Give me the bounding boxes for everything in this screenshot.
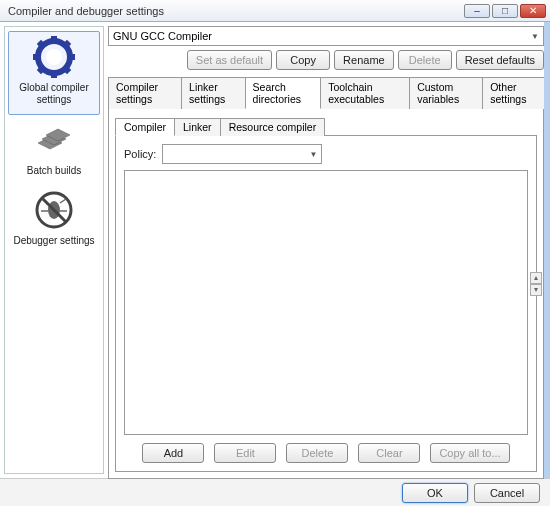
compiler-dropdown-value: GNU GCC Compiler xyxy=(113,30,212,42)
policy-row: Policy: ▼ xyxy=(124,144,528,164)
ok-button[interactable]: OK xyxy=(402,483,468,503)
policy-label: Policy: xyxy=(124,148,156,160)
edit-button[interactable]: Edit xyxy=(214,443,276,463)
sidebar: Global compiler settings Batch builds xyxy=(4,26,104,474)
delete-entry-button[interactable]: Delete xyxy=(286,443,348,463)
cancel-button[interactable]: Cancel xyxy=(474,483,540,503)
svg-line-16 xyxy=(60,199,66,203)
tab-linker-settings[interactable]: Linker settings xyxy=(181,77,245,109)
dialog-footer: OK Cancel xyxy=(0,478,550,506)
content-area: Global compiler settings Batch builds xyxy=(0,22,550,478)
maximize-button[interactable]: □ xyxy=(492,4,518,18)
sidebar-item-global-compiler[interactable]: Global compiler settings xyxy=(8,31,100,115)
delete-button[interactable]: Delete xyxy=(398,50,452,70)
sub-panel: Policy: ▼ Add Edit Delete Clear Copy all… xyxy=(115,136,537,472)
copy-button[interactable]: Copy xyxy=(276,50,330,70)
subtab-linker[interactable]: Linker xyxy=(174,118,221,136)
reset-defaults-button[interactable]: Reset defaults xyxy=(456,50,544,70)
minimize-button[interactable]: – xyxy=(464,4,490,18)
sidebar-item-label: Batch builds xyxy=(10,165,98,177)
subtab-compiler[interactable]: Compiler xyxy=(115,118,175,136)
tab-toolchain-executables[interactable]: Toolchain executables xyxy=(320,77,410,109)
policy-dropdown[interactable]: ▼ xyxy=(162,144,322,164)
main-tabs: Compiler settings Linker settings Search… xyxy=(108,76,544,109)
svg-point-9 xyxy=(46,49,62,65)
close-button[interactable]: ✕ xyxy=(520,4,546,18)
sub-tabs: Compiler Linker Resource compiler xyxy=(115,117,537,136)
spin-down-icon[interactable]: ▾ xyxy=(530,284,542,296)
rename-button[interactable]: Rename xyxy=(334,50,394,70)
sidebar-item-label: Global compiler settings xyxy=(11,82,97,106)
clear-button[interactable]: Clear xyxy=(358,443,420,463)
gear-icon xyxy=(30,36,78,78)
tab-search-directories[interactable]: Search directories xyxy=(245,77,322,109)
main-panel: GNU GCC Compiler ▼ Set as default Copy R… xyxy=(106,22,550,478)
chevron-down-icon: ▼ xyxy=(309,150,317,159)
svg-rect-2 xyxy=(51,71,57,78)
tab-other-settings[interactable]: Other settings xyxy=(482,77,545,109)
sidebar-item-label: Debugger settings xyxy=(10,235,98,247)
tab-panel: Compiler Linker Resource compiler Policy… xyxy=(108,109,544,479)
add-button[interactable]: Add xyxy=(142,443,204,463)
sidebar-item-batch-builds[interactable]: Batch builds xyxy=(8,115,100,185)
debugger-icon xyxy=(30,189,78,231)
batch-icon xyxy=(30,119,78,161)
directories-listbox[interactable] xyxy=(124,170,528,435)
spin-control[interactable]: ▴ ▾ xyxy=(530,272,542,296)
tab-custom-variables[interactable]: Custom variables xyxy=(409,77,483,109)
window-buttons: – □ ✕ xyxy=(464,4,546,18)
compiler-select-row: GNU GCC Compiler ▼ xyxy=(108,26,544,46)
copy-all-button[interactable]: Copy all to... xyxy=(430,443,509,463)
scroll-sliver xyxy=(544,22,550,478)
svg-rect-3 xyxy=(33,54,40,60)
chevron-down-icon: ▼ xyxy=(531,32,539,41)
window-title: Compiler and debugger settings xyxy=(4,5,464,17)
svg-rect-1 xyxy=(51,36,57,43)
spin-up-icon[interactable]: ▴ xyxy=(530,272,542,284)
titlebar: Compiler and debugger settings – □ ✕ xyxy=(0,0,550,22)
subtab-resource-compiler[interactable]: Resource compiler xyxy=(220,118,326,136)
list-buttons: Add Edit Delete Clear Copy all to... xyxy=(124,443,528,463)
compiler-dropdown[interactable]: GNU GCC Compiler ▼ xyxy=(108,26,544,46)
set-default-button[interactable]: Set as default xyxy=(187,50,272,70)
sidebar-item-debugger[interactable]: Debugger settings xyxy=(8,185,100,255)
svg-rect-4 xyxy=(68,54,75,60)
compiler-toolbar: Set as default Copy Rename Delete Reset … xyxy=(108,50,544,70)
tab-compiler-settings[interactable]: Compiler settings xyxy=(108,77,182,109)
